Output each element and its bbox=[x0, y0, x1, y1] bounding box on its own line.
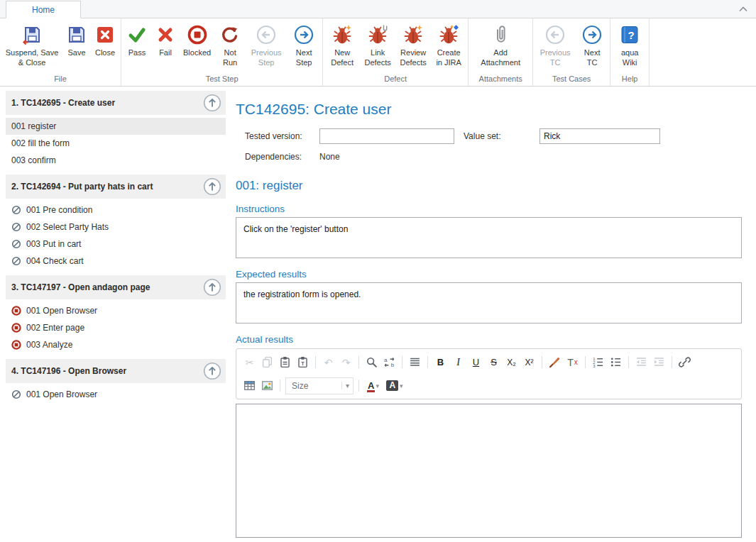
subscript-icon[interactable]: X₂ bbox=[503, 354, 520, 371]
expected-results-heading: Expected results bbox=[236, 269, 742, 280]
undo-icon[interactable]: ↶ bbox=[319, 354, 337, 371]
group-label-attachments: Attachments bbox=[470, 74, 531, 86]
tested-version-input[interactable] bbox=[319, 128, 454, 144]
instructions-box[interactable]: Click on the 'register' button bbox=[236, 217, 742, 258]
collapse-ribbon-icon[interactable] bbox=[738, 4, 749, 14]
scroll-up-circle-icon[interactable] bbox=[203, 278, 221, 297]
add-attachment-button[interactable]: Add Attachment bbox=[470, 22, 531, 70]
tc-section-title: 4. TC147196 - Open Browser bbox=[11, 366, 126, 376]
link-defects-button[interactable]: Link Defects bbox=[360, 22, 395, 70]
button-label: Suspend, Save & Close bbox=[5, 48, 59, 68]
find-icon[interactable] bbox=[363, 354, 380, 371]
outdent-icon[interactable] bbox=[632, 354, 650, 371]
bold-icon[interactable]: B bbox=[432, 354, 449, 371]
actual-results-editor[interactable] bbox=[236, 404, 742, 538]
next-tc-button[interactable]: Next TC bbox=[576, 22, 608, 70]
tc-section-header[interactable]: 3. TC147197 - Open andagon page bbox=[6, 275, 226, 299]
blocked-status-icon bbox=[11, 306, 21, 316]
link-icon[interactable] bbox=[676, 354, 694, 371]
text-color-button[interactable]: A ▾ bbox=[363, 377, 384, 394]
tab-home[interactable]: Home bbox=[6, 1, 81, 18]
test-step-item[interactable]: 003 Put in cart bbox=[6, 236, 226, 253]
ribbon-group-attachments: Add Attachment Attachments bbox=[469, 18, 533, 86]
aqua-wiki-button[interactable]: ? aqua Wiki bbox=[612, 22, 647, 70]
new-defect-button[interactable]: New Defect bbox=[324, 22, 360, 70]
test-step-item[interactable]: 001 Open Browser bbox=[6, 386, 226, 403]
tc-section-title: 1. TC142695 - Create user bbox=[11, 98, 115, 108]
tc-section: 1. TC142695 - Create user001 register002… bbox=[6, 91, 226, 169]
next-step-button[interactable]: Next Step bbox=[287, 22, 321, 70]
previous-tc-button[interactable]: Previous TC bbox=[535, 22, 576, 70]
test-step-item[interactable]: 003 Analyze bbox=[6, 336, 226, 353]
step-list: 001 Open Browser bbox=[6, 386, 226, 403]
editor-toolbar-row-2: Size ▾ A ▾ A ▾ bbox=[241, 374, 737, 397]
test-step-item[interactable]: 004 Check cart bbox=[6, 253, 226, 270]
insert-table-icon[interactable] bbox=[241, 377, 258, 394]
not-run-button[interactable]: Not Run bbox=[214, 22, 246, 70]
suspend-save-close-button[interactable]: Suspend, Save & Close bbox=[1, 22, 62, 70]
blocked-button[interactable]: Blocked bbox=[180, 22, 214, 60]
underline-icon[interactable]: U bbox=[467, 354, 485, 371]
step-list: 001 Pre condition002 Select Party Hats00… bbox=[6, 201, 226, 270]
strikethrough-icon[interactable]: S bbox=[485, 354, 503, 371]
font-size-select[interactable]: Size ▾ bbox=[285, 377, 354, 394]
insert-image-icon[interactable] bbox=[258, 377, 276, 394]
background-color-button[interactable]: A ▾ bbox=[384, 377, 405, 394]
fail-button[interactable]: Fail bbox=[151, 22, 180, 60]
align-justify-icon[interactable] bbox=[406, 354, 424, 371]
font-size-label: Size bbox=[292, 381, 308, 391]
paste-icon[interactable] bbox=[276, 354, 294, 371]
remove-format-icon[interactable]: Tx bbox=[564, 354, 581, 371]
superscript-icon[interactable]: X² bbox=[520, 354, 538, 371]
group-label-test-cases: Test Cases bbox=[535, 74, 608, 86]
ribbon-group-test-step: Pass Fail Blocked bbox=[121, 18, 323, 86]
test-step-item[interactable]: 003 confirm bbox=[6, 152, 226, 169]
scroll-up-circle-icon[interactable] bbox=[203, 362, 221, 380]
cut-icon[interactable]: ✂ bbox=[241, 354, 258, 371]
save-button[interactable]: Save bbox=[62, 22, 91, 60]
copy-icon[interactable] bbox=[258, 354, 276, 371]
editor-toolbar-row-1: ✂ T ↶ ↷ ab bbox=[241, 350, 737, 374]
tc-section: 3. TC147197 - Open andagon page001 Open … bbox=[6, 275, 226, 353]
button-label: Link Defects bbox=[363, 48, 392, 68]
remove-format-t: T bbox=[567, 357, 574, 368]
chevron-down-icon: ▾ bbox=[376, 382, 379, 389]
button-label: Add Attachment bbox=[473, 48, 527, 68]
sidebar: 1. TC142695 - Create user001 register002… bbox=[0, 91, 229, 542]
test-step-item[interactable]: 001 Pre condition bbox=[6, 201, 226, 219]
expected-results-box[interactable]: the registration form is opened. bbox=[236, 282, 742, 323]
text-color-a-icon: A bbox=[368, 381, 374, 390]
redo-icon[interactable]: ↷ bbox=[337, 354, 355, 371]
value-set-input[interactable] bbox=[539, 128, 660, 144]
indent-icon[interactable] bbox=[650, 354, 668, 371]
test-step-item[interactable]: 002 Enter page bbox=[6, 319, 226, 336]
format-painter-icon[interactable] bbox=[546, 354, 564, 371]
test-step-item[interactable]: 002 Select Party Hats bbox=[6, 219, 226, 236]
tc-section-header[interactable]: 4. TC147196 - Open Browser bbox=[6, 359, 226, 383]
test-step-item[interactable]: 001 register bbox=[6, 118, 226, 135]
review-defects-button[interactable]: Review Defects bbox=[395, 22, 431, 70]
paste-text-icon[interactable]: T bbox=[294, 354, 312, 371]
pass-check-icon bbox=[126, 23, 148, 46]
previous-step-button[interactable]: Previous Step bbox=[246, 22, 287, 70]
svg-text:b: b bbox=[391, 362, 395, 368]
tc-section-header[interactable]: 1. TC142695 - Create user bbox=[6, 91, 226, 115]
replace-icon[interactable]: ab bbox=[380, 354, 398, 371]
scroll-up-circle-icon[interactable] bbox=[203, 177, 221, 196]
tc-section-title: 3. TC147197 - Open andagon page bbox=[11, 282, 150, 292]
bullet-list-icon[interactable] bbox=[607, 354, 625, 371]
button-label: Close bbox=[95, 48, 115, 58]
close-button[interactable]: Close bbox=[91, 22, 119, 60]
create-in-jira-button[interactable]: Create in JIRA bbox=[431, 22, 466, 70]
test-step-item[interactable]: 002 fill the form bbox=[6, 135, 226, 152]
italic-icon[interactable]: I bbox=[449, 354, 467, 371]
next-step-icon bbox=[294, 23, 314, 46]
ordered-list-icon[interactable]: 123 bbox=[589, 354, 607, 371]
scroll-up-circle-icon[interactable] bbox=[203, 94, 221, 112]
test-step-item[interactable]: 001 Open Browser bbox=[6, 302, 226, 319]
pass-button[interactable]: Pass bbox=[123, 22, 151, 60]
button-label: Not Run bbox=[218, 48, 242, 68]
notrun-status-icon bbox=[11, 205, 21, 215]
test-step-label: 004 Check cart bbox=[26, 256, 84, 266]
tc-section-header[interactable]: 2. TC142694 - Put party hats in cart bbox=[6, 175, 226, 199]
